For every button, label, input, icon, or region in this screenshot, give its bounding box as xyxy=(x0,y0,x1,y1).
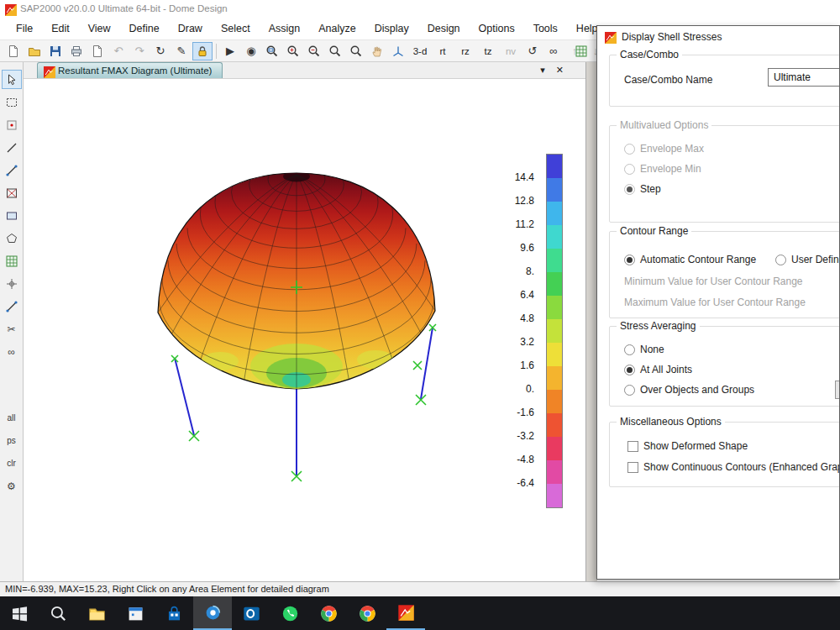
sap2000-app-icon xyxy=(4,3,15,14)
case-combo-name-dropdown[interactable]: Ultimate xyxy=(768,68,840,87)
averaging-none-label: None xyxy=(640,344,664,355)
open-file-button[interactable] xyxy=(24,42,45,60)
sap2000-taskbar-button[interactable] xyxy=(386,596,425,630)
envelope-max-radio[interactable] xyxy=(624,144,635,155)
averaging-all-joints-radio[interactable] xyxy=(624,365,635,375)
quick-draw-braces-tool[interactable] xyxy=(2,183,22,202)
model-viewport-canvas[interactable]: 14.412.811.29.68.6.44.83.21.60.-1.6-3.2-… xyxy=(24,79,585,581)
search-button[interactable] xyxy=(39,596,77,630)
snap-options-button[interactable]: ⚙ xyxy=(2,476,22,496)
select-groups-button[interactable] xyxy=(835,381,840,399)
previous-selection-button[interactable]: ps xyxy=(2,431,22,450)
lock-model-button[interactable] xyxy=(192,42,213,60)
draw-special-joint-tool[interactable] xyxy=(2,115,22,134)
menu-define[interactable]: Define xyxy=(120,19,169,38)
envelope-min-label: Envelope Min xyxy=(640,163,701,175)
view-rt-button[interactable]: rt xyxy=(432,42,454,60)
run-all-analysis-button[interactable]: ◉ xyxy=(241,42,261,60)
menu-tools[interactable]: Tools xyxy=(524,19,567,38)
averaging-none-radio[interactable] xyxy=(624,344,635,355)
object-view-options-button[interactable]: ∞ xyxy=(543,42,564,60)
quick-draw-area-tool[interactable] xyxy=(2,251,22,270)
link-tool[interactable]: ∞ xyxy=(2,342,22,361)
refresh-window-button[interactable]: ↻ xyxy=(150,42,171,60)
viewport-menu-icon[interactable]: ▾ xyxy=(540,65,545,76)
zoom-previous-button[interactable] xyxy=(346,42,366,60)
draw-frame-tool[interactable] xyxy=(2,138,22,157)
undo-button[interactable]: ↶ xyxy=(108,42,129,60)
window-titlebar: SAP2000 v20.0.0 Ultimate 64-bit - Dome D… xyxy=(0,0,840,17)
print-preview-button[interactable] xyxy=(87,42,108,60)
view-3d-button[interactable]: 3-d xyxy=(409,42,431,60)
pan-button[interactable] xyxy=(367,42,387,60)
legend-color-step xyxy=(547,390,562,413)
legend-value-label: -1.6 xyxy=(517,407,534,418)
select-window-tool[interactable] xyxy=(2,92,22,112)
step-radio[interactable] xyxy=(624,184,635,195)
select-pointer-tool[interactable] xyxy=(2,70,22,89)
zoom-full-view-button[interactable] xyxy=(325,42,345,60)
pencil-edit-button[interactable]: ✎ xyxy=(171,42,192,60)
menu-draw[interactable]: Draw xyxy=(169,19,212,38)
draw-poly-area-tool[interactable] xyxy=(2,228,22,248)
view-tz-button[interactable]: tz xyxy=(477,42,499,60)
automatic-contour-range-radio[interactable] xyxy=(624,255,635,265)
averaging-objects-groups-label: Over Objects and Groups xyxy=(640,384,754,396)
envelope-min-radio[interactable] xyxy=(624,164,635,175)
viewport-tab[interactable]: Resultant FMAX Diagram (Ultimate) xyxy=(37,62,223,78)
view-rz-button[interactable]: rz xyxy=(454,42,476,60)
menu-select[interactable]: Select xyxy=(212,19,260,38)
chrome-2-button[interactable] xyxy=(348,596,386,630)
status-bar: MIN=-6.939, MAX=15.23, Right Click on an… xyxy=(0,581,840,596)
show-continuous-contours-checkbox[interactable] xyxy=(627,462,638,473)
legend-value-label: 9.6 xyxy=(520,242,534,254)
new-model-button[interactable] xyxy=(3,42,24,60)
legend-color-step xyxy=(547,319,562,343)
legend-value-label: -3.2 xyxy=(517,430,534,442)
legend-value-label: 14.4 xyxy=(515,171,534,183)
clear-selection-button[interactable]: clr xyxy=(2,454,22,473)
whatsapp-button[interactable] xyxy=(270,596,309,630)
viewport-close-icon[interactable]: ✕ xyxy=(556,65,564,76)
menu-display[interactable]: Display xyxy=(365,19,418,38)
quick-draw-frame-tool[interactable] xyxy=(2,160,22,180)
start-button[interactable] xyxy=(0,596,39,630)
zoom-in-button[interactable] xyxy=(283,42,303,60)
save-button[interactable] xyxy=(45,42,66,60)
outlook-button[interactable] xyxy=(232,596,270,630)
perspective-toggle-button[interactable]: ↺ xyxy=(522,42,543,60)
print-button[interactable] xyxy=(66,42,87,60)
rotate-3d-view-button[interactable] xyxy=(388,42,408,60)
active-app-button[interactable] xyxy=(193,596,232,630)
menu-analyze[interactable]: Analyze xyxy=(309,19,365,38)
run-analysis-button[interactable]: ▶ xyxy=(220,42,240,60)
rubber-band-zoom-button[interactable] xyxy=(262,42,282,60)
menu-design[interactable]: Design xyxy=(418,19,470,38)
windows-taskbar xyxy=(0,596,840,630)
menu-view[interactable]: View xyxy=(79,19,120,38)
menu-options[interactable]: Options xyxy=(470,19,524,38)
assign-shell-display-button[interactable] xyxy=(571,42,591,60)
calendar-app-button[interactable] xyxy=(116,596,155,630)
draw-quad-area-tool[interactable] xyxy=(2,206,22,225)
snap-to-joints-tool[interactable] xyxy=(2,274,22,293)
redo-button[interactable]: ↷ xyxy=(129,42,150,60)
dialog-titlebar[interactable]: Display Shell Stresses xyxy=(597,26,839,48)
menu-assign[interactable]: Assign xyxy=(260,19,310,38)
select-all-button[interactable]: all xyxy=(2,408,22,428)
chrome-button[interactable] xyxy=(309,596,348,630)
store-app-button[interactable] xyxy=(155,596,193,630)
user-defined-contour-radio[interactable] xyxy=(775,255,786,265)
zoom-out-button[interactable] xyxy=(304,42,324,60)
file-explorer-button[interactable] xyxy=(77,596,116,630)
menu-edit[interactable]: Edit xyxy=(42,19,79,38)
averaging-objects-groups-radio[interactable] xyxy=(624,385,635,396)
menu-file[interactable]: File xyxy=(7,19,42,38)
legend-color-step xyxy=(547,484,562,507)
legend-value-label: 0. xyxy=(526,383,534,395)
automatic-contour-range-label: Automatic Contour Range xyxy=(640,254,756,265)
cut-tool[interactable]: ✂ xyxy=(2,319,22,339)
divide-frames-tool[interactable] xyxy=(2,297,22,316)
show-deformed-shape-checkbox[interactable] xyxy=(627,441,638,452)
view-nv-button[interactable]: nv xyxy=(500,42,522,60)
